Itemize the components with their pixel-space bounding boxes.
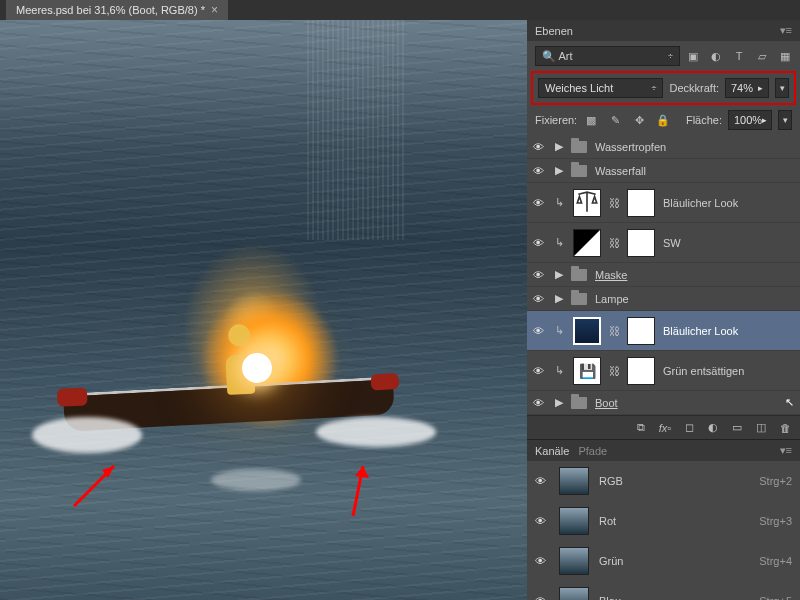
visibility-eye-icon[interactable]: 👁 [533,165,547,177]
svg-marker-3 [355,466,369,478]
trash-icon[interactable]: 🗑 [778,421,792,435]
disclosure-icon[interactable]: ▶ [555,268,563,281]
foam [211,469,301,491]
visibility-eye-icon[interactable]: 👁 [533,197,547,209]
mask-thumb[interactable] [627,189,655,217]
layer-name[interactable]: Maske [595,269,794,281]
mask-thumb[interactable] [627,317,655,345]
disclosure-icon[interactable]: ▶ [555,140,563,153]
layer-row[interactable]: 👁▶Wasserfall [527,159,800,183]
panel-menu-icon[interactable]: ▾≡ [780,24,792,37]
layer-row[interactable]: 👁▶Lampe [527,287,800,311]
close-tab-icon[interactable]: × [211,3,218,17]
document-title: Meeres.psd bei 31,6% (Boot, RGB/8) * [16,4,205,16]
link-icon[interactable]: ⛓ [609,365,619,377]
layer-name[interactable]: Lampe [595,293,794,305]
channel-shortcut: Strg+4 [759,555,792,567]
lock-pixels-icon[interactable]: ▩ [583,113,599,127]
visibility-eye-icon[interactable]: 👁 [533,365,547,377]
visibility-eye-icon[interactable]: 👁 [533,397,547,409]
adjustment-thumb[interactable]: 💾 [573,357,601,385]
layer-row[interactable]: 👁↳⛓SW [527,223,800,263]
layer-row[interactable]: 👁▶Boot↖ [527,391,800,415]
mask-thumb[interactable] [627,357,655,385]
layers-panel-label: Ebenen [535,25,573,37]
layer-name[interactable]: Wasserfall [595,165,794,177]
layer-row[interactable]: 👁↳💾⛓Grün entsättigen [527,351,800,391]
channel-name: RGB [599,475,623,487]
visibility-eye-icon[interactable]: 👁 [533,293,547,305]
channel-row[interactable]: 👁BlauStrg+5 [527,581,800,600]
tab-channels[interactable]: Kanäle [535,445,569,457]
clip-indicator-icon: ↳ [555,364,565,377]
lock-move-icon[interactable]: ✥ [631,113,647,127]
visibility-eye-icon[interactable]: 👁 [533,141,547,153]
cursor-icon: ↖ [785,396,794,409]
adjustment-icon[interactable]: ◐ [706,421,720,435]
filter-adjust-icon[interactable]: ◐ [709,49,723,63]
disclosure-icon[interactable]: ▶ [555,396,563,409]
channel-list[interactable]: 👁RGBStrg+2👁RotStrg+3👁GrünStrg+4👁BlauStrg… [527,461,800,600]
layer-row[interactable]: 👁▶Maske [527,263,800,287]
filter-type-icon[interactable]: T [732,49,746,63]
layer-row[interactable]: 👁↳⛓Bläulicher Look [527,311,800,351]
folder-icon [571,293,587,305]
mask-icon[interactable]: ◻ [682,421,696,435]
filter-smart-icon[interactable]: ▦ [778,49,792,63]
layer-name[interactable]: Boot [595,397,771,409]
opacity-input[interactable]: 74%▸ [725,78,769,98]
group-icon[interactable]: ▭ [730,421,744,435]
link-icon[interactable]: ⛓ [609,237,619,249]
layer-row[interactable]: 👁▶Wassertropfen [527,135,800,159]
layer-name[interactable]: Bläulicher Look [663,197,794,209]
visibility-eye-icon[interactable]: 👁 [533,325,547,337]
visibility-eye-icon[interactable]: 👁 [533,237,547,249]
layer-name[interactable]: Wassertropfen [595,141,794,153]
layer-list[interactable]: 👁▶Wassertropfen👁▶Wasserfall👁↳⛓Bläulicher… [527,135,800,415]
canvas[interactable] [0,20,527,600]
mask-thumb[interactable] [627,229,655,257]
link-icon[interactable]: ⛓ [609,325,619,337]
fill-stepper[interactable]: ▾ [778,110,792,130]
fx-icon[interactable]: fx▫ [658,421,672,435]
link-layers-icon[interactable]: ⧉ [634,421,648,435]
channel-name: Rot [599,515,616,527]
layer-name[interactable]: Grün entsättigen [663,365,794,377]
tab-paths[interactable]: Pfade [578,445,607,457]
channel-row[interactable]: 👁GrünStrg+4 [527,541,800,581]
channels-panel-tabs: Kanäle Pfade ▾≡ [527,439,800,461]
filter-image-icon[interactable]: ▣ [686,49,700,63]
adjustment-thumb[interactable] [573,317,601,345]
adjustment-thumb[interactable] [573,229,601,257]
layer-name[interactable]: Bläulicher Look [663,325,794,337]
disclosure-icon[interactable]: ▶ [555,292,563,305]
filter-type-select[interactable]: 🔍 Art ÷ [535,46,680,66]
channel-thumb [559,587,589,600]
channel-row[interactable]: 👁RGBStrg+2 [527,461,800,501]
layers-footer: ⧉ fx▫ ◻ ◐ ▭ ◫ 🗑 [527,415,800,439]
fill-input[interactable]: 100%▸ [728,110,772,130]
layer-row[interactable]: 👁↳⛓Bläulicher Look [527,183,800,223]
visibility-eye-icon[interactable]: 👁 [535,515,549,527]
layer-name[interactable]: SW [663,237,794,249]
adjustment-thumb[interactable] [573,189,601,217]
opacity-stepper[interactable]: ▾ [775,78,789,98]
filter-shape-icon[interactable]: ▱ [755,49,769,63]
document-tab-bar: Meeres.psd bei 31,6% (Boot, RGB/8) * × [0,0,800,20]
lock-brush-icon[interactable]: ✎ [607,113,623,127]
visibility-eye-icon[interactable]: 👁 [535,595,549,600]
channel-thumb [559,547,589,575]
visibility-eye-icon[interactable]: 👁 [535,555,549,567]
visibility-eye-icon[interactable]: 👁 [535,475,549,487]
link-icon[interactable]: ⛓ [609,197,619,209]
lock-all-icon[interactable]: 🔒 [655,113,671,127]
visibility-eye-icon[interactable]: 👁 [533,269,547,281]
disclosure-icon[interactable]: ▶ [555,164,563,177]
new-layer-icon[interactable]: ◫ [754,421,768,435]
panel-menu-icon[interactable]: ▾≡ [780,444,792,457]
lock-label: Fixieren: [535,114,577,126]
channel-shortcut: Strg+2 [759,475,792,487]
document-tab[interactable]: Meeres.psd bei 31,6% (Boot, RGB/8) * × [6,0,228,20]
channel-row[interactable]: 👁RotStrg+3 [527,501,800,541]
blend-mode-select[interactable]: Weiches Licht÷ [538,78,663,98]
